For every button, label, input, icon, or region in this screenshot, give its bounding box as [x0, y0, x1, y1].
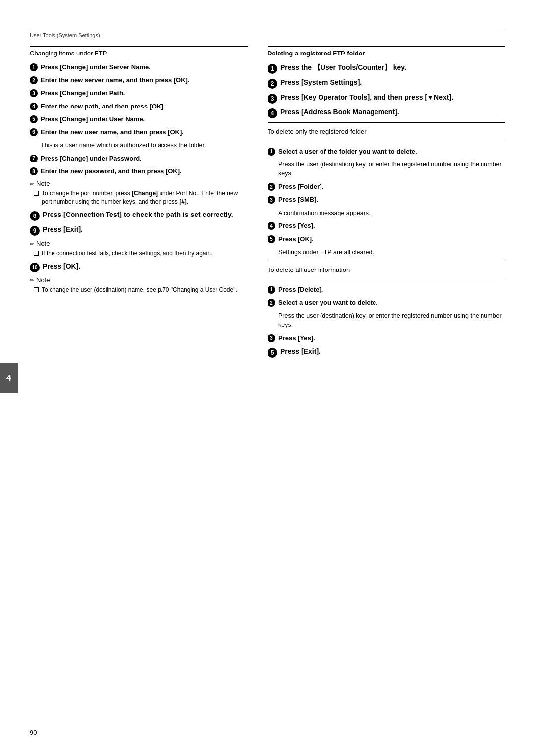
checkbox-icon-3 [34, 287, 39, 292]
r-all-step-3-text: Press [Yes]. [278, 334, 505, 343]
step-5-text: Press [Change] under User Name. [41, 115, 248, 124]
step-5-num: 5 [30, 115, 38, 123]
to-delete-all-section: To delete all user information [268, 261, 505, 279]
step-2: 2 Enter the new server name, and then pr… [30, 76, 248, 85]
r-sub-step-4-text: Press [Yes]. [278, 221, 505, 230]
note-2-item-1: If the connection test fails, check the … [30, 249, 248, 258]
r-step-3-num: 3 [268, 94, 277, 104]
r-all-step-2-text: Select a user you want to delete. [278, 298, 505, 307]
content-area: Changing items under FTP 1 Press [Change… [30, 46, 505, 362]
checkbox-icon-1 [34, 191, 39, 196]
left-section-title: Changing items under FTP [30, 46, 248, 57]
note-2: Note If the connection test fails, check… [30, 240, 248, 258]
step-7: 7 Press [Change] under Password. [30, 154, 248, 163]
note-3-title: Note [30, 276, 248, 284]
r-step-3-text: Press [Key Operator Tools], and then pre… [280, 93, 505, 103]
r-sub-step-2-text: Press [Folder]. [278, 182, 505, 191]
page-wrapper: 4 User Tools (System Settings) Changing … [0, 0, 535, 756]
r-sub-step-2-num: 2 [268, 183, 275, 191]
large-step-9: 9 Press [Exit]. [30, 225, 248, 236]
r-all-step-1-text: Press [Delete]. [278, 285, 505, 294]
sub-text-3: Settings under FTP are all cleared. [278, 248, 505, 257]
r-all-step-2: 2 Select a user you want to delete. [268, 298, 505, 307]
chapter-tab: 4 [0, 363, 18, 393]
r-final-step: 5 Press [Exit]. [268, 347, 505, 358]
step-4: 4 Enter the new path, and then press [OK… [30, 102, 248, 111]
sub-text-1: Press the user (destination) key, or ent… [278, 160, 505, 179]
r-sub-step-1-num: 1 [268, 148, 275, 156]
r-sub-step-3-num: 3 [268, 196, 275, 204]
r-sub-step-4: 4 Press [Yes]. [268, 221, 505, 230]
step-8s-text: Enter the new password, and then press [… [41, 167, 248, 176]
step-6-num: 6 [30, 128, 38, 136]
large-step-8: 8 Press [Connection Test] to check the p… [30, 210, 248, 221]
r-step-1-text: Press the 【User Tools/Counter】 key. [280, 63, 505, 73]
right-section-title: Deleting a registered FTP folder [268, 46, 505, 57]
note-1: Note To change the port number, press [C… [30, 180, 248, 206]
r-step-2: 2 Press [System Settings]. [268, 78, 505, 89]
step-2-text: Enter the new server name, and then pres… [41, 76, 248, 85]
r-step-3: 3 Press [Key Operator Tools], and then p… [268, 93, 505, 104]
step-5: 5 Press [Change] under User Name. [30, 115, 248, 124]
step-7-num: 7 [30, 155, 38, 162]
step-8s-num: 8 [30, 167, 38, 175]
note-3-item-1-text: To change the user (destination) name, s… [42, 286, 248, 294]
note-3: Note To change the user (destination) na… [30, 276, 248, 294]
large-step-9-text: Press [Exit]. [43, 225, 248, 235]
r-final-step-num: 5 [268, 348, 277, 358]
large-step-8-text: Press [Connection Test] to check the pat… [43, 210, 248, 220]
step-6-text: Enter the new user name, and then press … [41, 128, 248, 137]
r-step-2-text: Press [System Settings]. [280, 78, 505, 88]
sub-text-2: A confirmation message appears. [278, 209, 505, 218]
r-step-1-num: 1 [268, 64, 277, 74]
r-sub-step-2: 2 Press [Folder]. [268, 182, 505, 191]
to-delete-all-text: To delete all user information [268, 265, 505, 275]
r-all-step-1-num: 1 [268, 286, 275, 294]
note-2-item-1-text: If the connection test fails, check the … [42, 249, 248, 258]
large-step-10: 10 Press [OK]. [30, 262, 248, 272]
r-sub-step-3-text: Press [SMB]. [278, 195, 505, 204]
to-delete-only-section: To delete only the registered folder [268, 122, 505, 141]
large-step-9-num: 9 [30, 226, 40, 236]
note-2-title: Note [30, 240, 248, 247]
header-divider [30, 30, 505, 30]
r-all-step-1: 1 Press [Delete]. [268, 285, 505, 294]
step-1-text: Press [Change] under Server Name. [41, 63, 248, 72]
r-step-4: 4 Press [Address Book Management]. [268, 108, 505, 118]
step-3-text: Press [Change] under Path. [41, 89, 248, 98]
r-sub-step-1: 1 Select a user of the folder you want t… [268, 147, 505, 156]
r-sub-step-1-text: Select a user of the folder you want to … [278, 147, 505, 156]
r-step-2-num: 2 [268, 79, 277, 89]
r-sub-step-5-text: Press [OK]. [278, 235, 505, 244]
r-step-4-num: 4 [268, 108, 277, 118]
left-column: Changing items under FTP 1 Press [Change… [30, 46, 248, 362]
r-step-1: 1 Press the 【User Tools/Counter】 key. [268, 63, 505, 74]
step-1-num: 1 [30, 63, 38, 71]
large-step-8-num: 8 [30, 211, 40, 221]
step-6: 6 Enter the new user name, and then pres… [30, 128, 248, 137]
r-sub-step-4-num: 4 [268, 222, 275, 230]
step-4-text: Enter the new path, and then press [OK]. [41, 102, 248, 111]
r-step-4-text: Press [Address Book Management]. [280, 108, 505, 117]
large-step-10-text: Press [OK]. [43, 262, 248, 271]
step-2-num: 2 [30, 76, 38, 84]
sub-text-after-6: This is a user name which is authorized … [41, 141, 248, 150]
step-1: 1 Press [Change] under Server Name. [30, 63, 248, 72]
note-1-title: Note [30, 180, 248, 187]
checkbox-icon-2 [34, 251, 39, 256]
all-sub-text: Press the user (destination) key, or ent… [278, 311, 505, 330]
step-8-small: 8 Enter the new password, and then press… [30, 167, 248, 176]
r-final-step-text: Press [Exit]. [280, 347, 505, 357]
r-sub-step-5-num: 5 [268, 235, 275, 243]
large-step-10-num: 10 [30, 263, 40, 272]
r-all-step-3: 3 Press [Yes]. [268, 334, 505, 343]
r-all-step-3-num: 3 [268, 334, 275, 342]
to-delete-only-text: To delete only the registered folder [268, 127, 505, 137]
step-4-num: 4 [30, 103, 38, 110]
page-number: 90 [30, 729, 37, 736]
step-3-num: 3 [30, 89, 38, 97]
header-text: User Tools (System Settings) [30, 32, 505, 38]
r-all-step-2-num: 2 [268, 299, 275, 307]
r-sub-step-5: 5 Press [OK]. [268, 235, 505, 244]
r-sub-step-3: 3 Press [SMB]. [268, 195, 505, 204]
